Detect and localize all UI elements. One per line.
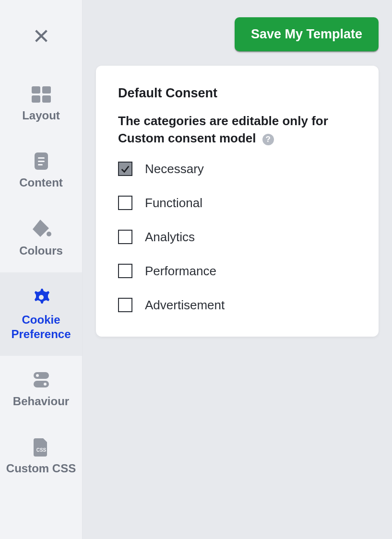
checkbox-necessary[interactable] bbox=[118, 162, 132, 176]
svg-rect-2 bbox=[32, 86, 40, 94]
sidebar-item-custom-css[interactable]: CSS Custom CSS bbox=[0, 423, 82, 490]
svg-rect-12 bbox=[34, 372, 49, 379]
grid-icon bbox=[31, 86, 52, 104]
toggles-icon bbox=[31, 370, 52, 389]
svg-rect-7 bbox=[38, 157, 45, 159]
svg-rect-4 bbox=[32, 95, 40, 103]
svg-rect-14 bbox=[34, 381, 49, 387]
card-title: Default Consent bbox=[118, 86, 356, 101]
consent-row-performance[interactable]: Performance bbox=[118, 264, 356, 279]
card-description: The categories are editable only for Cus… bbox=[118, 112, 356, 147]
checkbox-functional[interactable] bbox=[118, 196, 132, 210]
checkbox-performance[interactable] bbox=[118, 264, 132, 278]
svg-rect-3 bbox=[42, 86, 51, 94]
consent-label: Necessary bbox=[145, 162, 204, 176]
checkbox-analytics[interactable] bbox=[118, 230, 132, 244]
sidebar-item-label: Content bbox=[19, 176, 63, 190]
consent-row-advertisement[interactable]: Advertisement bbox=[118, 298, 356, 313]
sidebar-item-layout[interactable]: Layout bbox=[0, 72, 82, 137]
save-template-button[interactable]: Save My Template bbox=[235, 17, 379, 51]
check-icon bbox=[120, 164, 131, 174]
close-button[interactable] bbox=[0, 0, 82, 72]
svg-point-13 bbox=[36, 374, 39, 377]
consent-row-analytics[interactable]: Analytics bbox=[118, 230, 356, 245]
sidebar-item-content[interactable]: Content bbox=[0, 137, 82, 204]
sidebar-item-label: Behaviour bbox=[13, 394, 69, 409]
document-icon bbox=[33, 152, 50, 171]
svg-point-10 bbox=[47, 232, 51, 236]
svg-point-11 bbox=[39, 295, 44, 300]
paint-bucket-icon bbox=[30, 219, 53, 239]
app-root: Layout Content Colours bbox=[0, 0, 392, 539]
close-icon bbox=[33, 28, 49, 44]
consent-label: Functional bbox=[145, 196, 202, 211]
checkbox-advertisement[interactable] bbox=[118, 298, 132, 312]
svg-text:CSS: CSS bbox=[36, 447, 46, 453]
consent-row-necessary[interactable]: Necessary bbox=[118, 162, 356, 176]
css-file-icon: CSS bbox=[33, 437, 50, 457]
help-icon[interactable]: ? bbox=[262, 134, 274, 145]
sidebar-item-label: Layout bbox=[22, 108, 60, 123]
sidebar-item-label: Custom CSS bbox=[6, 461, 76, 476]
sidebar-item-colours[interactable]: Colours bbox=[0, 204, 82, 272]
svg-rect-8 bbox=[38, 161, 45, 162]
gear-icon bbox=[31, 287, 52, 308]
main-content: Save My Template Default Consent The cat… bbox=[83, 0, 392, 539]
consent-row-functional[interactable]: Functional bbox=[118, 196, 356, 211]
sidebar-item-label: Colours bbox=[19, 244, 63, 258]
toolbar: Save My Template bbox=[96, 17, 379, 51]
sidebar-item-label: Cookie Preference bbox=[4, 313, 78, 341]
svg-rect-5 bbox=[42, 95, 51, 103]
consent-label: Advertisement bbox=[145, 298, 225, 313]
card-description-text: The categories are editable only for Cus… bbox=[118, 114, 328, 145]
default-consent-card: Default Consent The categories are edita… bbox=[96, 66, 379, 337]
sidebar-item-cookie-preference[interactable]: Cookie Preference bbox=[0, 272, 82, 356]
sidebar: Layout Content Colours bbox=[0, 0, 83, 539]
consent-label: Analytics bbox=[145, 230, 195, 245]
svg-rect-9 bbox=[38, 164, 43, 165]
sidebar-item-behaviour[interactable]: Behaviour bbox=[0, 356, 82, 423]
svg-point-15 bbox=[44, 383, 47, 386]
consent-label: Performance bbox=[145, 264, 216, 279]
